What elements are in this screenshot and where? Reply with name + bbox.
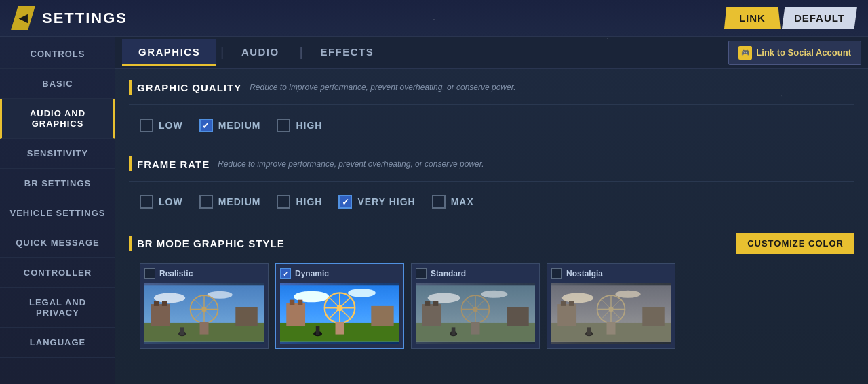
sidebar-item-basic[interactable]: BASIC: [0, 69, 115, 99]
style-card-realistic-checkbox[interactable]: [144, 268, 155, 279]
svg-rect-14: [235, 307, 257, 326]
svg-rect-57: [569, 301, 574, 305]
br-mode-header: BR MODE GRAPHIC STYLE CUSTOMIZE COLOR: [129, 233, 854, 254]
style-card-dynamic-image: [280, 283, 399, 344]
svg-rect-31: [371, 306, 393, 326]
graphic-quality-divider: [129, 104, 854, 105]
svg-rect-48: [507, 307, 528, 326]
style-cards-row: Realistic: [129, 263, 854, 354]
fr-very-high-option[interactable]: VERY HIGH: [338, 195, 415, 209]
tab-graphics[interactable]: GRAPHICS: [122, 39, 216, 66]
link-button[interactable]: LINK: [724, 7, 781, 29]
section-bar-frame-rate: [129, 156, 132, 171]
customize-color-button[interactable]: CUSTOMIZE COLOR: [736, 233, 854, 254]
svg-rect-4: [151, 304, 170, 326]
svg-rect-65: [642, 307, 664, 326]
svg-rect-50: [452, 327, 456, 335]
sidebar: CONTROLSBASICAUDIO AND GRAPHICSSENSITIVI…: [0, 37, 115, 384]
style-card-standard-image: [416, 283, 535, 344]
style-card-standard-checkbox[interactable]: [416, 268, 427, 279]
tab-bar: GRAPHICS|AUDIO|EFFECTS🎮Link to Social Ac…: [115, 37, 868, 69]
tab-effects[interactable]: EFFECTS: [304, 39, 390, 66]
fr-high-label: HIGH: [296, 196, 322, 207]
sidebar-item-sensitivity[interactable]: SENSITIVITY: [0, 139, 115, 169]
style-card-nostalgia-checkbox[interactable]: [551, 268, 562, 279]
sidebar-item-quick-message[interactable]: QUICK MESSAGE: [0, 228, 115, 258]
style-card-realistic[interactable]: Realistic: [140, 263, 269, 349]
graphic-quality-header: GRAPHIC QUALITY Reduce to improve perfor…: [129, 80, 854, 95]
svg-point-36: [481, 291, 507, 298]
sidebar-item-br-settings[interactable]: BR SETTINGS: [0, 169, 115, 198]
back-button[interactable]: ◀: [11, 6, 35, 30]
sidebar-item-vehicle-settings[interactable]: VEHICLE SETTINGS: [0, 198, 115, 228]
sidebar-item-legal-and-privacy[interactable]: LEGAL AND PRIVACY: [0, 288, 115, 328]
svg-rect-23: [298, 300, 302, 305]
gq-high-checkbox[interactable]: [277, 119, 290, 132]
fr-low-checkbox[interactable]: [140, 195, 153, 209]
main-layout: CONTROLSBASICAUDIO AND GRAPHICSSENSITIVI…: [0, 37, 868, 384]
frame-rate-header: FRAME RATE Reduce to improve performance…: [129, 156, 854, 171]
frame-rate-divider: [129, 181, 854, 182]
style-card-realistic-label: Realistic: [159, 269, 193, 278]
fr-medium-checkbox[interactable]: [199, 195, 213, 209]
sidebar-item-language[interactable]: LANGUAGE: [0, 328, 115, 358]
gq-medium-label: MEDIUM: [218, 120, 261, 131]
style-card-dynamic-checkbox[interactable]: [280, 268, 291, 279]
style-card-nostalgia-label: Nostalgia: [566, 269, 603, 278]
fr-medium-option[interactable]: MEDIUM: [199, 195, 261, 209]
page-title: SETTINGS: [42, 9, 724, 27]
svg-rect-40: [433, 301, 438, 305]
graphic-quality-title: GRAPHIC QUALITY: [137, 82, 241, 93]
section-bar-graphic-quality: [129, 80, 132, 95]
style-card-standard-label: Standard: [431, 269, 466, 278]
svg-rect-21: [286, 303, 305, 326]
sidebar-item-controller[interactable]: CONTROLLER: [0, 258, 115, 288]
header-buttons: LINK DEFAULT: [724, 7, 857, 29]
style-card-dynamic-label: Dynamic: [295, 269, 329, 278]
svg-point-19: [348, 289, 376, 297]
style-card-nostalgia[interactable]: Nostalgia: [547, 263, 675, 349]
svg-rect-33: [316, 326, 320, 335]
fr-medium-label: MEDIUM: [218, 196, 261, 207]
fr-high-option[interactable]: HIGH: [277, 195, 322, 209]
style-card-standard[interactable]: Standard: [411, 263, 540, 349]
social-account-label: Link to Social Account: [756, 47, 851, 58]
gq-medium-checkbox[interactable]: [199, 119, 213, 132]
social-account-button[interactable]: 🎮Link to Social Account: [728, 41, 861, 65]
section-bar-br-mode: [129, 236, 132, 251]
svg-rect-38: [422, 304, 441, 326]
graphic-quality-desc: Reduce to improve performance, prevent o…: [250, 83, 515, 92]
fr-very-high-checkbox[interactable]: [338, 195, 352, 209]
style-card-nostalgia-image: [551, 283, 671, 344]
sidebar-item-audio-and-graphics[interactable]: AUDIO AND GRAPHICS: [0, 99, 115, 139]
header: ◀ SETTINGS LINK DEFAULT: [0, 0, 868, 37]
content-body: GRAPHIC QUALITY Reduce to improve perfor…: [115, 69, 868, 384]
graphic-quality-section: GRAPHIC QUALITY Reduce to improve perfor…: [129, 80, 854, 143]
tab-audio[interactable]: AUDIO: [225, 39, 296, 66]
style-card-dynamic[interactable]: Dynamic: [275, 263, 404, 349]
fr-high-checkbox[interactable]: [277, 195, 290, 209]
gq-low-checkbox[interactable]: [140, 119, 153, 132]
svg-rect-67: [587, 327, 591, 335]
default-button[interactable]: DEFAULT: [782, 7, 857, 29]
fr-max-option[interactable]: MAX: [432, 195, 474, 209]
br-mode-section: BR MODE GRAPHIC STYLE CUSTOMIZE COLOR Re…: [129, 233, 854, 354]
fr-max-checkbox[interactable]: [432, 195, 446, 209]
svg-rect-6: [162, 301, 167, 305]
fr-low-option[interactable]: LOW: [140, 195, 183, 209]
sidebar-item-controls[interactable]: CONTROLS: [0, 39, 115, 69]
svg-rect-55: [557, 304, 576, 326]
gq-low-label: LOW: [159, 120, 183, 131]
gq-high-option[interactable]: HIGH: [277, 119, 322, 132]
gq-low-option[interactable]: LOW: [140, 119, 183, 132]
br-mode-title: BR MODE GRAPHIC STYLE: [137, 238, 285, 249]
svg-rect-47: [471, 322, 480, 335]
social-icon: 🎮: [738, 46, 752, 60]
br-mode-actions: CUSTOMIZE COLOR: [736, 233, 854, 254]
frame-rate-title: FRAME RATE: [137, 158, 210, 170]
tab-divider: |: [300, 45, 303, 60]
content-area: GRAPHICS|AUDIO|EFFECTS🎮Link to Social Ac…: [115, 37, 868, 384]
gq-medium-option[interactable]: MEDIUM: [199, 119, 261, 132]
fr-low-label: LOW: [159, 196, 183, 207]
svg-point-53: [615, 291, 640, 298]
